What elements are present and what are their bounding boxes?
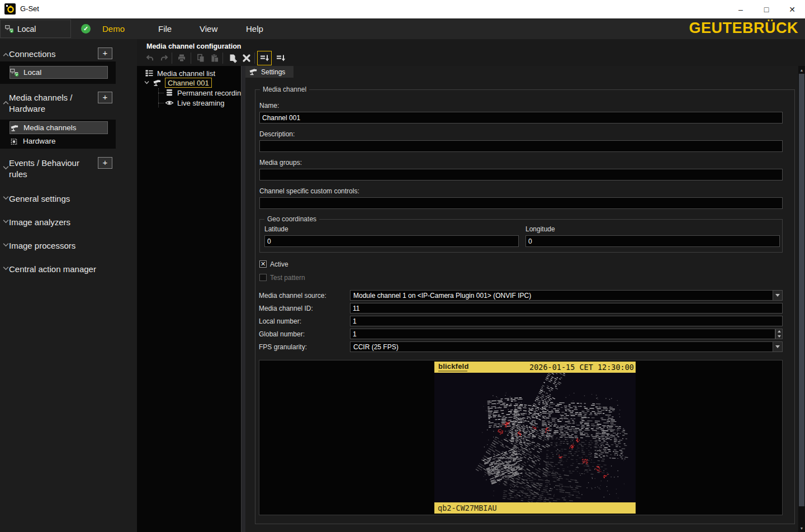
scroll-down-icon[interactable]: ▼ — [798, 524, 805, 532]
delete-channel-button[interactable] — [240, 51, 253, 65]
menu-view[interactable]: View — [200, 24, 217, 34]
latitude-field[interactable] — [264, 235, 519, 247]
chevron-down-icon[interactable] — [773, 342, 782, 352]
menu-file[interactable]: File — [158, 24, 172, 34]
name-field[interactable] — [259, 112, 783, 124]
camera-icon — [10, 124, 19, 132]
add-connection-button[interactable]: + — [98, 48, 112, 59]
redo-icon — [160, 54, 169, 63]
add-media-channel-button[interactable]: + — [98, 92, 112, 103]
scroll-up-icon[interactable]: ▲ — [798, 66, 805, 74]
tree-item-live-streaming[interactable]: Live streaming — [165, 98, 225, 108]
settings-scrollbar[interactable]: ▲ ▼ — [798, 66, 805, 532]
description-field[interactable] — [259, 140, 783, 152]
connection-status-ok-icon: ✓ — [81, 24, 91, 34]
undo-button[interactable] — [143, 51, 157, 65]
tree-connector — [158, 88, 159, 107]
app-logo-icon — [4, 3, 16, 15]
chevron-down-icon[interactable] — [144, 80, 149, 84]
sidebar-section-events-behaviour-rules[interactable]: Events / Behaviour rules — [9, 158, 87, 180]
delete-x-icon — [242, 54, 251, 63]
active-label: Active — [270, 260, 288, 268]
tree-item-label-selected: Channel 001 — [165, 78, 212, 88]
sort-down-toggled-button[interactable] — [257, 51, 272, 65]
preview-timestamp: 2026-01-15 CET 12:30:00 — [529, 363, 634, 372]
tree-item-media-channel-list[interactable]: Media channel list — [145, 68, 215, 78]
sidebar-item-media-channels[interactable]: Media channels — [10, 121, 108, 134]
channel-id-label: Media channel ID: — [259, 305, 313, 312]
minimize-button[interactable]: – — [728, 0, 754, 18]
sidebar-section-general-settings[interactable]: General settings — [9, 193, 93, 205]
local-number-label: Local number: — [259, 317, 301, 325]
test-pattern-checkbox[interactable] — [259, 274, 267, 281]
global-number-stepper[interactable] — [775, 329, 783, 339]
latitude-label: Latitude — [264, 225, 288, 233]
local-number-field[interactable] — [350, 316, 783, 326]
paste-icon — [210, 54, 219, 63]
redo-button[interactable] — [158, 51, 171, 65]
panel-splitter[interactable] — [241, 66, 245, 532]
camera-preview-container: blickfeld 2026-01-15 CET 12:30:00 qb2-CW… — [259, 360, 783, 515]
global-number-field[interactable] — [350, 329, 775, 339]
connection-name: Local — [17, 25, 36, 34]
source-label: Media channel source: — [259, 292, 326, 300]
connections-panel: Local — [0, 61, 116, 84]
source-value: Module channel 1 on <IP-Camera Plugin 00… — [351, 292, 773, 300]
sidebar-section-connections[interactable]: Connections — [9, 49, 93, 60]
add-event-rule-button[interactable]: + — [98, 157, 112, 169]
add-channel-button[interactable] — [226, 51, 239, 65]
sort-down-icon — [260, 54, 269, 63]
tab-settings[interactable]: Settings — [245, 66, 293, 78]
sidebar-section-image-analyzers[interactable]: Image analyzers — [9, 217, 93, 228]
chevron-down-icon — [3, 266, 9, 270]
print-button[interactable] — [175, 51, 188, 65]
stepper-down-icon[interactable] — [776, 334, 782, 339]
close-button[interactable]: ✕ — [779, 0, 805, 18]
sidebar-section-central-action-manager[interactable]: Central action manager — [9, 264, 110, 275]
global-number-label: Global number: — [259, 330, 305, 338]
tree-item-label: Media channel list — [157, 69, 215, 78]
toolbar-separator — [172, 53, 172, 64]
fps-granularity-dropdown[interactable]: CCIR (25 FPS) — [350, 341, 783, 352]
toolbar-separator — [191, 53, 191, 64]
test-pattern-label: Test pattern — [270, 274, 305, 282]
longitude-field[interactable] — [525, 235, 780, 247]
lidar-pointcloud-image — [434, 373, 636, 502]
source-dropdown[interactable]: Module channel 1 on <IP-Camera Plugin 00… — [350, 290, 783, 301]
scrollbar-thumb[interactable] — [799, 74, 804, 506]
toolbar-separator — [222, 53, 223, 64]
sidebar-item-local[interactable]: Local — [10, 66, 108, 79]
sidebar-section-media-channels-hardware[interactable]: Media channels / Hardware — [9, 92, 87, 115]
tree-item-label: Permanent recording — [177, 89, 245, 97]
chevron-down-icon — [3, 243, 9, 247]
sort-down-icon — [276, 54, 286, 63]
maximize-button[interactable]: □ — [754, 0, 779, 18]
geo-coordinates-groupbox: Geo coordinates Latitude Longitude — [259, 219, 783, 253]
copy-icon — [196, 54, 205, 63]
geutebrueck-logo: GEUTEBRÜCK — [689, 20, 798, 37]
media-groups-field[interactable] — [259, 169, 783, 180]
demo-badge: Demo — [102, 24, 125, 34]
active-checkbox[interactable] — [259, 260, 267, 268]
chevron-down-icon[interactable] — [773, 291, 782, 300]
chevron-up-icon — [3, 53, 9, 57]
menu-help[interactable]: Help — [246, 24, 263, 34]
camera-icon — [249, 68, 258, 75]
sidebar-section-image-processors[interactable]: Image processors — [9, 240, 93, 251]
custom-controls-field[interactable] — [259, 197, 783, 209]
tree-item-channel-001[interactable]: Channel 001 — [153, 78, 212, 88]
sort-down-button[interactable] — [274, 51, 287, 65]
network-connection-icon — [5, 25, 14, 33]
tree-item-permanent-recording[interactable]: Permanent recording — [165, 88, 245, 98]
copy-button[interactable] — [194, 51, 207, 65]
stepper-up-icon[interactable] — [776, 329, 782, 334]
paste-button[interactable] — [208, 51, 221, 65]
window-title: G-Set — [20, 4, 39, 13]
sidebar-item-hardware[interactable]: Hardware — [10, 135, 108, 148]
blickfeld-logo: blickfeld — [438, 362, 469, 370]
channel-id-field[interactable] — [350, 303, 783, 314]
camera-preview: blickfeld 2026-01-15 CET 12:30:00 qb2-CW… — [434, 362, 636, 514]
settings-panel: Settings Media channel Name: Description… — [245, 66, 798, 532]
connection-selector[interactable]: Local — [0, 20, 71, 38]
gset-window: G-Set – □ ✕ Local ✓ Demo File View Help … — [0, 0, 805, 532]
